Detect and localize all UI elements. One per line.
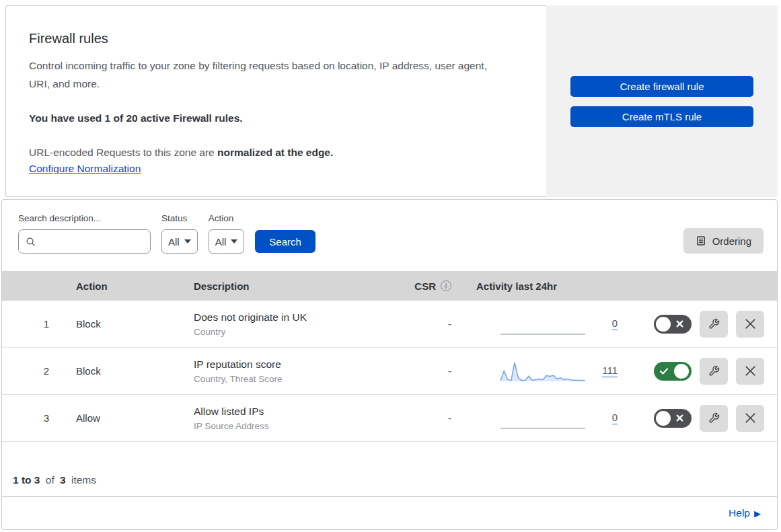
rule-csr-value: - bbox=[392, 365, 466, 377]
rule-activity-cell: 0 bbox=[466, 313, 631, 336]
rule-action: Allow bbox=[66, 412, 184, 424]
search-button[interactable]: Search bbox=[255, 230, 315, 253]
rule-description-cell: IP reputation score Country, Threat Scor… bbox=[184, 358, 392, 384]
rule-action: Block bbox=[66, 365, 184, 377]
intro-description: Control incoming traffic to your zone by… bbox=[29, 56, 507, 93]
rule-description: IP reputation score bbox=[194, 358, 392, 371]
ordering-button-label: Ordering bbox=[712, 235, 751, 247]
help-row: Help ▶ bbox=[2, 496, 777, 529]
items-total-value: 3 bbox=[60, 474, 66, 486]
configure-normalization-link[interactable]: Configure Normalization bbox=[29, 163, 141, 175]
table-row: 1 Block Does not originate in UK Country… bbox=[2, 301, 777, 348]
items-range-text: 1 to 3 of 3 items bbox=[2, 442, 777, 496]
x-icon bbox=[676, 320, 683, 328]
usage-text: You have used 1 of 20 active Firewall ru… bbox=[29, 112, 509, 124]
rules-list-card: Search description... Status All Action … bbox=[1, 199, 778, 530]
normalization-text: URL-encoded Requests to this zone are no… bbox=[29, 144, 509, 161]
activity-sparkline bbox=[500, 360, 586, 383]
rule-priority: 2 bbox=[2, 365, 66, 377]
edit-rule-button[interactable] bbox=[700, 311, 728, 338]
help-arrow-icon: ▶ bbox=[754, 509, 761, 518]
activity-count-link[interactable]: 111 bbox=[602, 365, 618, 377]
rule-action: Block bbox=[66, 318, 184, 330]
rule-priority: 1 bbox=[2, 318, 66, 330]
activity-sparkline bbox=[500, 407, 586, 430]
table-row: 3 Allow Allow listed IPs IP Source Addre… bbox=[2, 395, 777, 442]
rule-description-cell: Does not originate in UK Country bbox=[184, 311, 392, 337]
action-label: Action bbox=[209, 213, 245, 223]
activity-count-link[interactable]: 0 bbox=[612, 317, 618, 330]
activity-count-link[interactable]: 0 bbox=[612, 412, 618, 424]
rule-enabled-toggle[interactable] bbox=[654, 362, 692, 381]
filter-bar: Search description... Status All Action … bbox=[2, 200, 777, 271]
csr-header-label: CSR bbox=[414, 280, 436, 292]
rule-activity-cell: 0 bbox=[466, 407, 631, 430]
action-group: Action All bbox=[209, 213, 245, 254]
delete-rule-button[interactable] bbox=[736, 358, 764, 385]
create-firewall-rule-button[interactable]: Create firewall rule bbox=[570, 76, 753, 97]
toggle-knob bbox=[674, 364, 689, 379]
items-of-text: of bbox=[46, 474, 54, 486]
close-icon bbox=[745, 366, 755, 376]
rule-csr-value: - bbox=[392, 412, 466, 424]
search-icon bbox=[26, 237, 36, 247]
table-header-row: Action Description CSR i Activity last 2… bbox=[2, 271, 777, 301]
column-header-description: Description bbox=[184, 280, 392, 292]
rule-enabled-toggle[interactable] bbox=[654, 409, 692, 428]
page-title: Firewall rules bbox=[29, 31, 509, 46]
status-group: Status All bbox=[161, 213, 198, 254]
items-label: items bbox=[71, 474, 96, 486]
help-label: Help bbox=[729, 507, 750, 519]
info-icon[interactable]: i bbox=[441, 280, 451, 291]
status-select-value: All bbox=[168, 236, 180, 248]
rule-activity-cell: 111 bbox=[466, 360, 631, 383]
search-description-label: Search description... bbox=[18, 213, 151, 223]
rule-description: Does not originate in UK bbox=[194, 311, 392, 324]
close-icon bbox=[745, 319, 755, 329]
rule-enabled-toggle[interactable] bbox=[654, 315, 692, 334]
help-link[interactable]: Help ▶ bbox=[729, 507, 761, 519]
create-mtls-rule-button[interactable]: Create mTLS rule bbox=[570, 106, 753, 127]
items-range-value: 1 to 3 bbox=[13, 474, 40, 486]
action-select[interactable]: All bbox=[209, 229, 245, 254]
rule-controls-cell bbox=[631, 311, 777, 338]
actions-panel: Create firewall rule Create mTLS rule bbox=[546, 5, 778, 197]
rule-controls-cell bbox=[631, 405, 777, 432]
wrench-icon bbox=[708, 412, 720, 424]
wrench-icon bbox=[708, 318, 720, 330]
x-icon bbox=[676, 414, 683, 422]
check-icon bbox=[660, 368, 668, 375]
intro-card: Firewall rules Control incoming traffic … bbox=[5, 5, 546, 197]
column-header-action: Action bbox=[66, 280, 184, 292]
ordering-button[interactable]: Ordering bbox=[683, 228, 764, 254]
edit-rule-button[interactable] bbox=[700, 358, 728, 385]
toggle-knob bbox=[656, 317, 671, 332]
column-header-csr: CSR i bbox=[392, 280, 466, 292]
rule-controls-cell bbox=[631, 358, 777, 385]
search-input[interactable] bbox=[40, 235, 143, 248]
page-header-section: Firewall rules Control incoming traffic … bbox=[5, 5, 778, 197]
rule-priority: 3 bbox=[2, 412, 66, 424]
activity-sparkline bbox=[500, 313, 586, 336]
rule-fields: Country bbox=[194, 327, 392, 337]
search-box bbox=[18, 229, 151, 254]
rule-csr-value: - bbox=[392, 318, 466, 330]
search-group: Search description... bbox=[18, 213, 151, 254]
ordering-icon bbox=[696, 235, 706, 246]
chevron-down-icon bbox=[184, 239, 191, 243]
delete-rule-button[interactable] bbox=[736, 311, 764, 338]
status-select[interactable]: All bbox=[161, 229, 198, 254]
rule-fields: IP Source Address bbox=[194, 421, 392, 431]
delete-rule-button[interactable] bbox=[736, 405, 764, 432]
wrench-icon bbox=[708, 365, 720, 377]
firewall-rules-page: Firewall rules Control incoming traffic … bbox=[0, 0, 781, 532]
table-row: 2 Block IP reputation score Country, Thr… bbox=[2, 348, 777, 395]
normalization-prefix: URL-encoded Requests to this zone are bbox=[29, 147, 217, 158]
column-header-activity: Activity last 24hr bbox=[466, 280, 631, 292]
edit-rule-button[interactable] bbox=[700, 405, 728, 432]
toggle-knob bbox=[656, 411, 671, 426]
rule-description-cell: Allow listed IPs IP Source Address bbox=[184, 406, 392, 431]
rule-description: Allow listed IPs bbox=[194, 406, 392, 418]
rule-fields: Country, Threat Score bbox=[194, 374, 392, 384]
status-label: Status bbox=[161, 213, 198, 223]
